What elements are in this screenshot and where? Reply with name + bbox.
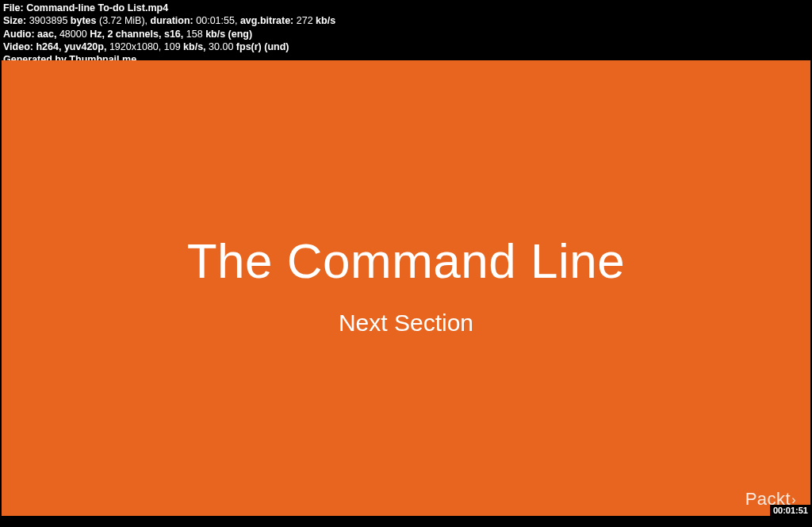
video-pixfmt: yuv420p,: [64, 41, 107, 52]
video-res: 1920x1080,: [109, 41, 161, 52]
video-fps-unit: fps(r) (und): [236, 41, 289, 52]
audio-s16: s16,: [164, 29, 183, 40]
video-bitrate-unit: kb/s,: [183, 41, 206, 52]
meta-line-size: Size: 3903895 bytes (3.72 MiB), duration…: [3, 14, 809, 27]
audio-channels: 2 channels,: [107, 29, 161, 40]
video-bitrate: 109: [164, 41, 181, 52]
audio-codec: aac,: [37, 29, 56, 40]
audio-hz: 48000: [59, 29, 87, 40]
meta-line-video: Video: h264, yuv420p, 1920x1080, 109 kb/…: [3, 40, 809, 53]
avgbitrate-label: avg.bitrate:: [240, 15, 293, 26]
meta-line-file: File: Command-line To-do List.mp4: [3, 2, 809, 14]
avgbitrate-value: 272: [297, 15, 313, 26]
avgbitrate-unit: kb/s: [316, 15, 335, 26]
thumbnail-frame: The Command Line Next Section Packt›: [2, 60, 810, 516]
audio-bitrate: 158: [186, 29, 203, 40]
audio-bitrate-unit: kb/s (eng): [205, 29, 252, 40]
file-label: File:: [3, 2, 24, 13]
audio-hz-unit: Hz,: [90, 29, 105, 40]
duration-value: 00:01:55,: [196, 15, 237, 26]
metadata-header: File: Command-line To-do List.mp4 Size: …: [0, 0, 812, 66]
size-mib: (3.72 MiB),: [99, 15, 147, 26]
meta-line-audio: Audio: aac, 48000 Hz, 2 channels, s16, 1…: [3, 28, 809, 40]
video-codec: h264,: [36, 41, 61, 52]
frame-timestamp: 00:01:51: [770, 505, 810, 516]
slide-title: The Command Line: [187, 233, 626, 289]
size-bytes: 3903895: [29, 15, 68, 26]
size-label: Size:: [3, 15, 26, 26]
size-bytes-unit: bytes: [71, 15, 97, 26]
video-fps: 30.00: [209, 41, 233, 52]
video-label: Video:: [3, 41, 33, 52]
slide-subtitle: Next Section: [339, 310, 473, 337]
duration-label: duration:: [151, 15, 193, 26]
file-value: Command-line To-do List.mp4: [26, 2, 168, 13]
audio-label: Audio:: [3, 29, 35, 40]
thumbnail-frame-wrap: The Command Line Next Section Packt› 00:…: [2, 60, 810, 516]
